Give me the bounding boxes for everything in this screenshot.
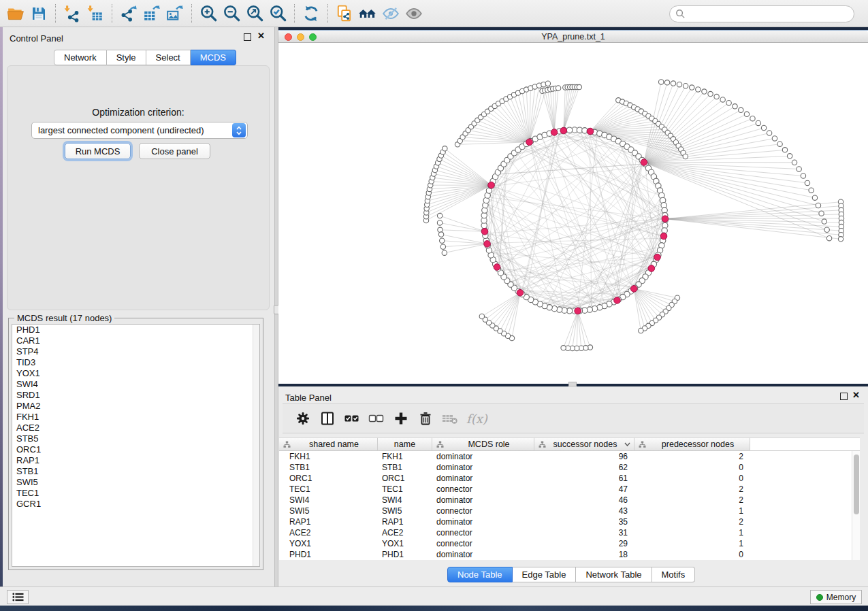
- optimization-criterion-label: Optimization criterion:: [7, 107, 269, 118]
- first-neighbors-button[interactable]: [356, 3, 379, 24]
- desktop-wallpaper-edge: [0, 606, 868, 611]
- list-item[interactable]: YOX1: [12, 368, 259, 379]
- table-settings-button[interactable]: [291, 407, 315, 430]
- tab-network[interactable]: Network: [54, 50, 107, 65]
- import-network-button[interactable]: [61, 3, 84, 24]
- table-cell: 1: [634, 506, 750, 516]
- column-header-successor-nodes[interactable]: successor nodes: [534, 437, 634, 451]
- table-row[interactable]: YOX1YOX1connector291: [279, 538, 860, 549]
- list-item[interactable]: CAR1: [12, 335, 259, 346]
- table-cell: 61: [534, 473, 634, 484]
- search-input[interactable]: [669, 5, 854, 22]
- add-row-button[interactable]: [389, 407, 413, 430]
- table-cell: PHD1: [279, 549, 378, 560]
- select-all-button[interactable]: [340, 407, 364, 430]
- list-item[interactable]: STP4: [12, 346, 259, 357]
- tab-select[interactable]: Select: [146, 50, 191, 65]
- column-header-shared-name[interactable]: shared name: [279, 437, 378, 451]
- tab-motifs[interactable]: Motifs: [652, 567, 696, 582]
- zoom-fit-button[interactable]: [243, 3, 266, 24]
- float-panel-icon[interactable]: [244, 33, 251, 41]
- table-cell: STB1: [279, 462, 378, 473]
- list-item[interactable]: RAP1: [12, 455, 259, 466]
- tab-node-table[interactable]: Node Table: [447, 567, 513, 582]
- scrollbar-thumb[interactable]: [854, 455, 859, 514]
- node-table: shared namenameMCDS rolesuccessor nodesp…: [279, 437, 860, 560]
- list-item[interactable]: GCR1: [12, 499, 259, 510]
- new-network-from-selection-button[interactable]: [333, 3, 356, 24]
- list-item[interactable]: PHD1: [12, 325, 259, 335]
- table-row[interactable]: SWI4SWI4dominator462: [279, 495, 860, 506]
- show-columns-button[interactable]: [315, 407, 340, 430]
- tab-network-table[interactable]: Network Table: [576, 567, 652, 582]
- column-header-name[interactable]: name: [378, 437, 432, 451]
- close-panel-icon[interactable]: ✕: [257, 31, 265, 41]
- table-row[interactable]: ORC1ORC1dominator610: [279, 473, 860, 484]
- mcds-result-list[interactable]: PHD1CAR1STP4TID3YOX1SWI4SRD1PMA2FKH1ACE2…: [12, 324, 260, 567]
- table-row[interactable]: SWI5SWI5connector431: [279, 506, 860, 516]
- control-panel-title: Control Panel: [10, 33, 63, 44]
- column-header-MCDS-role[interactable]: MCDS role: [432, 437, 534, 451]
- table-cell: 46: [534, 495, 634, 506]
- tab-edge-table[interactable]: Edge Table: [513, 567, 577, 582]
- network-window-titlebar[interactable]: YPA_prune.txt_1: [278, 31, 868, 43]
- table-row[interactable]: ACE2ACE2connector311: [279, 527, 860, 538]
- deselect-all-button[interactable]: [364, 407, 389, 430]
- show-all-button[interactable]: [402, 3, 425, 24]
- float-panel-icon[interactable]: [840, 393, 848, 400]
- table-row[interactable]: TEC1TEC1connector472: [279, 484, 860, 495]
- list-item[interactable]: TID3: [12, 357, 259, 368]
- export-image-button[interactable]: [163, 3, 187, 24]
- list-item[interactable]: TEC1: [12, 488, 259, 499]
- control-panel-header: Control Panel ✕: [3, 27, 274, 46]
- hide-selected-button[interactable]: [379, 3, 402, 24]
- list-item[interactable]: SRD1: [12, 390, 259, 401]
- table-panel: Table Panel ✕: [278, 386, 868, 587]
- delete-table-button[interactable]: [438, 407, 462, 430]
- table-row[interactable]: PHD1PHD1dominator180: [279, 549, 860, 560]
- zoom-selected-button[interactable]: [266, 3, 289, 24]
- list-item[interactable]: PMA2: [12, 401, 259, 412]
- list-item[interactable]: ACE2: [12, 423, 259, 433]
- table-panel-title: Table Panel: [285, 393, 332, 403]
- list-item[interactable]: ORC1: [12, 444, 259, 455]
- list-item[interactable]: STB5: [12, 433, 259, 444]
- refresh-layout-button[interactable]: [300, 3, 323, 24]
- open-file-button[interactable]: [4, 3, 27, 24]
- main-toolbar: [0, 0, 868, 27]
- import-table-button[interactable]: [84, 3, 107, 24]
- table-row[interactable]: FKH1FKH1dominator962: [279, 451, 860, 462]
- list-item[interactable]: STB1: [12, 466, 259, 477]
- table-cell: PHD1: [378, 549, 432, 560]
- close-panel-icon[interactable]: ✕: [852, 391, 860, 400]
- run-mcds-button[interactable]: Run MCDS: [65, 143, 131, 159]
- gear-icon: [295, 411, 310, 426]
- formula-builder-button[interactable]: f(x): [466, 412, 487, 426]
- table-row[interactable]: STB1STB1dominator620: [279, 462, 860, 473]
- export-network-button[interactable]: [117, 3, 140, 24]
- delete-row-button[interactable]: [413, 407, 438, 430]
- column-header-predecessor-nodes[interactable]: predecessor nodes: [634, 437, 750, 451]
- list-item[interactable]: SWI4: [12, 379, 259, 390]
- tab-mcds[interactable]: MCDS: [191, 50, 236, 65]
- list-scrollbar[interactable]: [253, 325, 259, 566]
- save-session-button[interactable]: [27, 3, 50, 24]
- zoom-out-button[interactable]: [220, 3, 243, 24]
- column-header-label: shared name: [291, 440, 377, 449]
- splitter-handle[interactable]: [568, 382, 577, 386]
- table-row[interactable]: RAP1RAP1dominator352: [279, 516, 860, 527]
- column-type-icon: [639, 441, 646, 448]
- list-item[interactable]: SWI5: [12, 477, 259, 488]
- list-item[interactable]: FKH1: [12, 412, 259, 423]
- tab-style[interactable]: Style: [107, 50, 146, 65]
- network-canvas[interactable]: [278, 43, 868, 384]
- table-scrollbar[interactable]: [852, 451, 860, 560]
- close-panel-button[interactable]: Close panel: [139, 143, 210, 159]
- eye-slash-icon: [382, 5, 400, 22]
- criterion-dropdown[interactable]: largest connected component (undirected): [31, 122, 248, 139]
- zoom-in-button[interactable]: [197, 3, 220, 24]
- table-cell: ORC1: [279, 473, 378, 484]
- export-table-button[interactable]: [140, 3, 163, 24]
- memory-button[interactable]: Memory: [810, 590, 862, 604]
- show-panels-button[interactable]: [7, 590, 29, 604]
